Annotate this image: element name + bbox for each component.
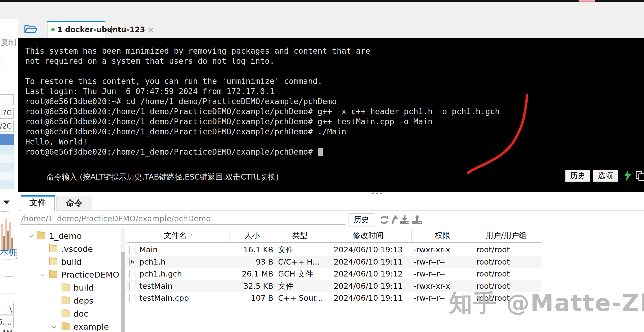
file-permissions: -rw-r--r-- xyxy=(413,268,445,280)
sidebar-session-list[interactable] xyxy=(0,145,14,189)
file-type: C++ Sour... xyxy=(278,292,325,304)
path-history-button[interactable]: 历史 xyxy=(349,213,374,226)
column-header[interactable]: 类型 xyxy=(275,228,325,242)
sidebar-size-box[interactable]: 6.... xyxy=(0,316,14,328)
terminal-line: root@6e56f3dbe020:~# cd /home/1_demo/Pra… xyxy=(25,96,500,107)
tree-item-1_demo[interactable]: 1_demo xyxy=(18,229,121,242)
histogram-bar xyxy=(9,222,11,250)
connection-status-dot xyxy=(51,28,55,31)
terminal-history-button[interactable]: 历史 xyxy=(565,170,590,182)
terminal-line: To restore this content, you can run the… xyxy=(25,76,500,86)
upload-icon[interactable] xyxy=(412,215,422,225)
usage-histogram xyxy=(0,211,14,251)
file-tabs-baseline xyxy=(18,210,644,211)
file-permissions: -rwxr-xr-x xyxy=(413,280,450,292)
terminal-line: root@6e56f3dbe020:/home/1_demo/PracticeD… xyxy=(25,127,500,137)
file-mtime: 2024/06/10 19:12 xyxy=(325,268,411,280)
chevron-down-icon[interactable] xyxy=(52,325,56,329)
terminal-options-button[interactable]: 选项 xyxy=(593,170,618,182)
chevron-down-icon[interactable] xyxy=(40,273,45,277)
table-row-testMain.cpp[interactable]: ++testMain.cpp107 BC++ Sour...2024/06/10… xyxy=(127,292,541,304)
copy-button[interactable]: 复制 xyxy=(1,37,16,48)
splitter-handle-icon[interactable] xyxy=(372,191,385,194)
title-bar xyxy=(0,0,644,2)
folder-icon xyxy=(62,284,70,291)
table-row-pch1.h[interactable]: h++pch1.h93 BC/C++ H...2024/06/10 19:11-… xyxy=(127,256,541,268)
tree-item-deps[interactable]: deps xyxy=(18,294,121,307)
sidebar-path-box[interactable]: \ xyxy=(0,303,14,315)
file-owner: root/root xyxy=(476,280,510,292)
column-header[interactable]: 权限 xyxy=(411,228,474,242)
header-divider xyxy=(539,229,539,242)
files-tab-accent xyxy=(21,195,55,197)
file-tree: 1_demo.vscodebuildPracticeDEMObuilddepsd… xyxy=(18,228,121,332)
tree-item-doc[interactable]: doc xyxy=(18,307,121,320)
tree-item-build[interactable]: build xyxy=(18,281,121,294)
tab-commands[interactable]: 命令 xyxy=(57,196,92,210)
tab-close-icon[interactable]: × xyxy=(148,25,154,34)
table-row-testMain[interactable]: testMain32.5 KB文件2024/06/10 19:11-rwxr-x… xyxy=(127,280,541,292)
sidebar-separator xyxy=(0,276,14,277)
terminal-line: root@6e56f3dbe020:/home/1_demo/PracticeD… xyxy=(25,117,500,127)
tree-item-build[interactable]: build xyxy=(18,256,121,268)
table-row-pch1.h.gch[interactable]: pch1.h.gch26.1 MBGCH 文件2024/06/10 19:12-… xyxy=(127,268,541,280)
terminal-line: This system has been minimized by removi… xyxy=(25,46,500,56)
file-icon xyxy=(129,270,136,278)
local-host-tab[interactable]: 本机 xyxy=(0,247,16,258)
new-tab-button[interactable]: + xyxy=(107,24,116,34)
sidebar-dropdown-caret[interactable] xyxy=(3,201,10,205)
memory-usage-box[interactable]: .7G xyxy=(0,108,14,119)
file-permissions: -rwxr-xr-x xyxy=(413,244,450,256)
file-owner: root/root xyxy=(476,268,510,280)
column-header[interactable]: 用户/用户组 xyxy=(474,228,539,242)
terminal-line: root@6e56f3dbe020:/home/1_demo/PracticeD… xyxy=(25,107,500,117)
tree-item-.vscode[interactable]: .vscode xyxy=(18,242,121,255)
file-size: 93 B xyxy=(227,256,273,268)
sort-caret-icon: ^ xyxy=(188,233,193,239)
tab-docker-ubuntu[interactable]: 1 docker-ubuntu-123 × xyxy=(47,21,105,38)
file-type: 文件 xyxy=(278,280,325,292)
file-name: pch1.h.gch xyxy=(139,268,182,280)
panel-splitter[interactable] xyxy=(18,192,644,194)
column-header[interactable]: 大小 xyxy=(230,228,275,242)
chevron-down-icon[interactable] xyxy=(29,234,33,238)
column-header[interactable]: 文件名^ xyxy=(127,228,230,242)
file-owner: root/root xyxy=(476,292,510,304)
open-folder-icon[interactable] xyxy=(24,23,38,35)
sidebar-selected-row[interactable] xyxy=(0,134,14,145)
current-path-field[interactable]: /home/1_demo/PracticeDEMO/example/pchDem… xyxy=(21,214,211,223)
terminal-line: Last login: Thu Jun 6 07:47:59 2024 from… xyxy=(25,86,500,96)
terminal-screen[interactable]: This system has been minimized by removi… xyxy=(18,38,644,192)
window-chrome-strip xyxy=(0,2,644,19)
folder-icon xyxy=(49,258,57,265)
refresh-icon[interactable] xyxy=(379,215,390,225)
column-header[interactable]: 修改时间 xyxy=(325,228,411,242)
tree-item-PracticeDEMO[interactable]: PracticeDEMO xyxy=(18,268,121,281)
download-icon[interactable] xyxy=(399,215,410,225)
sidebar-small-box[interactable] xyxy=(0,57,5,66)
histogram-bar xyxy=(1,224,3,250)
histogram-bar xyxy=(5,219,7,250)
terminal-input-hint: 命令输入 (按ALT键提示历史,TAB键路径,ESC键返回,双击CTRL切换) xyxy=(46,172,279,182)
file-type: GCH 文件 xyxy=(278,268,325,280)
table-row-Main[interactable]: Main16.1 KB文件2024/06/10 19:13-rwxr-xr-xr… xyxy=(127,244,541,256)
tree-item-example[interactable]: example xyxy=(18,320,121,332)
folder-icon xyxy=(62,323,70,330)
folder-icon xyxy=(49,245,57,252)
tree-scrollbar-thumb[interactable] xyxy=(121,252,125,332)
disk-usage-box[interactable]: /2G xyxy=(0,121,14,132)
path-underline xyxy=(20,224,345,225)
copy-icon[interactable] xyxy=(636,171,644,181)
file-size: 107 B xyxy=(227,292,273,304)
tree-item-label: deps xyxy=(74,294,93,307)
tab-files[interactable]: 文件 xyxy=(21,195,55,211)
folder-icon xyxy=(62,297,70,304)
sidebar-top-spacer xyxy=(0,19,18,38)
tree-item-label: .vscode xyxy=(61,242,93,255)
file-name: testMain xyxy=(139,280,172,292)
lightning-icon[interactable] xyxy=(624,170,631,182)
parent-directory-icon[interactable] xyxy=(390,215,400,225)
drag-handle-dots[interactable] xyxy=(15,249,18,260)
sidebar-empty-box[interactable] xyxy=(0,94,14,105)
file-owner: root/root xyxy=(476,244,510,256)
